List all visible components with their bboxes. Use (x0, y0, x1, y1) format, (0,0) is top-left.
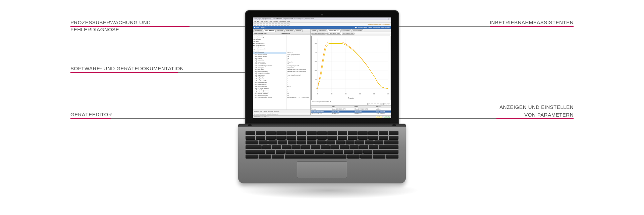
toolbar-button[interactable] (281, 23, 283, 26)
callout-documentation: SOFTWARE- UND GERÄTEDOKUMENTATION (70, 65, 184, 72)
toolbar[interactable]: ! Project file cannot be saved. Click fo… (253, 23, 391, 26)
marker-header (311, 106, 331, 108)
toolbar-button[interactable] (260, 23, 262, 26)
menu-item[interactable]: Window (273, 21, 277, 22)
marker-cell[interactable]: c102 : encoder 2 speed (311, 113, 331, 115)
svg-text:200: 200 (331, 93, 332, 94)
callout-process-monitoring: PROZESSÜBERWACHUNG UND FEHLERDIAGNOSE (70, 19, 184, 33)
toolbar-button[interactable] (263, 23, 265, 26)
left-footer: Messages / Static analysis / Isolation(s… (253, 113, 310, 115)
chart-chip[interactable]: c101 : extra velocity – actual (326, 33, 341, 35)
chart-tab[interactable]: Settings (311, 29, 318, 32)
svg-text:0: 0 (317, 93, 318, 94)
chart-tab[interactable]: [ID=450]DMHR3D3 (352, 29, 364, 32)
svg-text:500: 500 (315, 79, 317, 80)
param-value-header: Parameter value (282, 33, 310, 34)
timebar-start: 0 (312, 103, 312, 105)
left-tabs[interactable]: Device settingsDevice parametersDocument… (253, 29, 310, 32)
keyboard (246, 131, 398, 159)
marker-table[interactable]: MKR#1MKR#2DifferenceTime dataAbsolute 12… (311, 105, 391, 115)
statusbar: 20120001254 Test with Protocol Level 0–5… (253, 115, 391, 118)
chart-tab[interactable]: [ID=450]DMHR 1D1 (328, 29, 340, 32)
right-panel: SettingsRun Channels[ID=450]DMHR 1D1[ID=… (311, 29, 391, 115)
chart-timebar[interactable]: 0 <<<<>Auto>>> (311, 103, 391, 105)
line-chart: 02004006008001000 05001000150020002500 T… (312, 36, 390, 100)
parameter-tree[interactable]: ▸ ru: run parameters▸ ru: run parameters… (253, 35, 286, 110)
callout-commissioning-assistants: INBETRIEBNAHMEASSISTENTEN (460, 19, 574, 26)
status-pill-protocols[interactable]: Protocols (384, 116, 390, 118)
chart-tab[interactable]: [ID=450]DMHR 2 (340, 29, 351, 32)
toolbar-button[interactable] (269, 23, 271, 26)
callout-device-editor: GERÄTEEDITOR (70, 111, 184, 118)
toolbar-button[interactable] (287, 23, 289, 26)
menu-item[interactable]: Tools (269, 21, 272, 22)
play-icon (355, 27, 357, 29)
device-band-right: [RUN/ROS] Actual True with Protocol-USB … (358, 27, 390, 28)
marker-cell[interactable]: Absolute 12/12/2012 02:40 PM (331, 108, 354, 111)
chart-chip[interactable]: ca01 : modulation grade (342, 33, 355, 35)
left-tab[interactable]: Device parameters (264, 29, 276, 32)
chart-tabs[interactable]: SettingsRun Channels[ID=450]DMHR 1D1[ID=… (311, 29, 391, 32)
laptop-bezel: Scope_Project.project [Read-only] – IDE-… (245, 10, 399, 124)
param-body: ▸ ru: run parameters▸ ru: run parameters… (253, 35, 310, 110)
toolbar-button[interactable] (272, 23, 274, 26)
laptop-deck (238, 124, 406, 183)
marker-header: Difference (376, 106, 391, 108)
menu-item[interactable]: Help (287, 21, 290, 22)
toolbar-button[interactable] (257, 23, 259, 26)
parameter-values[interactable]: 0 · 03 = 0 · 618: cyclic sync position m… (286, 35, 310, 110)
hinge (238, 124, 406, 127)
toolbar-button[interactable] (275, 23, 277, 26)
status-pill-level[interactable]: Level 0–5 (376, 116, 382, 118)
toolbar-button[interactable] (266, 23, 268, 26)
toolbar-button[interactable] (254, 23, 256, 26)
callout-parameters-line2: VON PARAMETERN (524, 112, 574, 118)
param-group-header: Group / Parameter-Name (254, 33, 282, 34)
param-value[interactable]: Add/addendX/motor/-1 ... = t … + standar… (287, 97, 310, 99)
svg-text:400: 400 (345, 93, 346, 94)
editor-body: Device settingsDevice parametersDocument… (253, 29, 391, 115)
left-tab[interactable]: Device settings (253, 29, 263, 32)
tree-node[interactable]: · cs24: brake state machine operation (253, 97, 286, 99)
toolbar-button[interactable] (278, 23, 280, 26)
timebar-buttons[interactable]: <<<<>Auto>>> (367, 103, 390, 105)
marker-cell[interactable]: +3.802 + 003 U/min (376, 111, 391, 113)
project-warning[interactable]: ! Project file cannot be saved. Click fo… (368, 24, 390, 25)
chart-area[interactable]: 02004006008001000 05001000150020002500 T… (311, 36, 390, 100)
menu-item[interactable]: File (254, 21, 256, 22)
chart-tab[interactable]: Run Channels (318, 29, 327, 32)
chart-chip[interactable]: c100 : extra velocity display (311, 33, 326, 35)
toolbar-button[interactable] (284, 23, 286, 26)
chart-chipbar[interactable]: c100 : extra velocity displayc101 : extr… (311, 32, 391, 35)
marker-cell[interactable]: 2754.300 U/min (331, 113, 354, 115)
menu-item[interactable]: View (261, 21, 263, 22)
menu-item[interactable]: Edit (257, 21, 259, 22)
svg-text:2500: 2500 (315, 43, 317, 44)
marker-cell[interactable]: Time data (311, 108, 331, 111)
marker-cell[interactable]: c100 : extra velocity display (311, 111, 331, 113)
window-controls[interactable]: — ▢ ✕ (386, 18, 390, 19)
svg-text:600: 600 (359, 93, 361, 94)
window-titlebar: Scope_Project.project [Read-only] – IDE-… (253, 17, 391, 20)
callout-parameters-line1: ANZEIGEN UND EINSTELLEN (499, 104, 574, 110)
callout-parameters: ANZEIGEN UND EINSTELLEN VON PARAMETERN (460, 103, 574, 119)
left-tab[interactable]: Documents (276, 29, 284, 32)
marker-cell[interactable]: 1900.000 U/min (354, 111, 376, 113)
laptop-shadow (238, 182, 419, 199)
marker-cell[interactable]: = 569 ms (376, 108, 391, 111)
marker-cell[interactable]: 569ms: 12/12/2012 02:40 PM (354, 108, 376, 111)
svg-text:1000: 1000 (387, 93, 389, 94)
marker-cell[interactable]: 1903.355 U/min (354, 113, 376, 115)
trackpad (297, 161, 347, 178)
left-panel: Device settingsDevice parametersDocument… (253, 29, 311, 115)
svg-text:2000: 2000 (315, 52, 317, 53)
left-tab[interactable]: Information (294, 29, 303, 32)
menu-item[interactable]: Configuration (279, 21, 286, 22)
menu-item[interactable]: Project (264, 21, 268, 22)
left-bottom-tabs[interactable]: Addressing mode : OA/open ; password ; a… (253, 110, 310, 113)
left-tab[interactable]: Online Objects (284, 29, 294, 32)
marker-cell[interactable]: +3.802 + 003 U/min (376, 113, 391, 115)
laptop: Scope_Project.project [Read-only] – IDE-… (238, 10, 406, 199)
menubar[interactable]: FileEditViewProjectToolsWindowConfigurat… (253, 20, 391, 23)
marker-cell[interactable]: –2300.000 U/min (331, 111, 354, 113)
